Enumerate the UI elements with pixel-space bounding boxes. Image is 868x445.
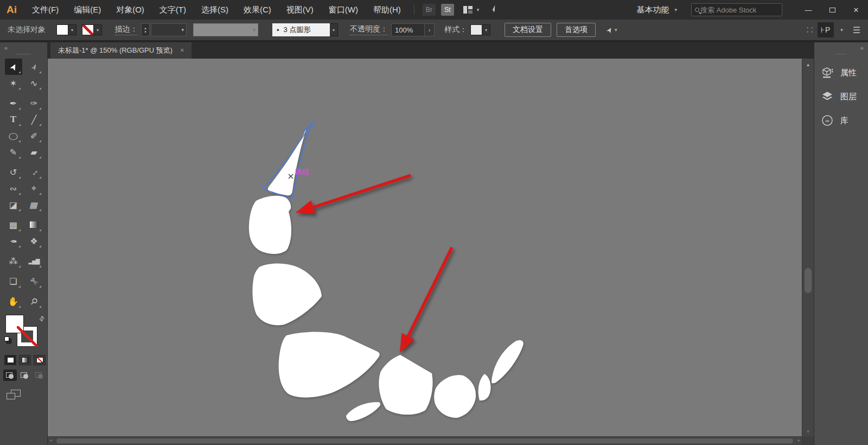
shape-builder-tool[interactable]: ◪ (5, 196, 22, 213)
chevron-down-icon[interactable]: ▾ (94, 24, 102, 35)
fill-swatch[interactable] (56, 24, 68, 35)
stroke-weight-label[interactable]: 描边： (115, 24, 138, 35)
vertical-scroll-thumb[interactable] (805, 268, 812, 293)
gradient-button[interactable] (19, 355, 31, 365)
mesh-tool[interactable]: ▩ (5, 217, 22, 233)
croissant-shapes[interactable] (249, 128, 524, 421)
draw-behind-button[interactable] (18, 370, 31, 381)
hand-tool[interactable]: ✋ (5, 293, 22, 309)
brush-definition[interactable]: • 3 点圆形 ▾ (272, 23, 338, 36)
line-segment-tool[interactable]: ╱ (25, 111, 43, 128)
pointer-panel-icon[interactable]: ➤ (604, 26, 614, 35)
canvas[interactable]: 路径 (48, 59, 802, 436)
opacity-label[interactable]: 不透明度： (350, 24, 388, 35)
slice-tool[interactable]: ✄ (25, 273, 43, 289)
shape-sliver-1[interactable] (346, 402, 380, 421)
chevron-down-icon[interactable]: ▾ (840, 27, 843, 33)
shape-tail-tip[interactable] (492, 340, 524, 383)
menu-item-0[interactable]: 文件(F) (24, 0, 66, 20)
grid-dots-icon[interactable]: ∷ (806, 23, 813, 36)
menu-item-7[interactable]: 窗口(W) (321, 0, 366, 20)
search-input[interactable] (700, 6, 764, 14)
scale-tool[interactable]: ↔ (25, 164, 43, 180)
selection-tool[interactable]: ➤ (5, 59, 22, 75)
dock-panel-icon[interactable]: ⊦P (818, 22, 834, 37)
symbol-sprayer-tool[interactable]: ⁂ (5, 253, 22, 269)
eyedropper-tool[interactable]: ✒ (5, 233, 22, 249)
chevron-down-icon[interactable]: ▾ (477, 7, 480, 12)
menu-item-6[interactable]: 视图(V) (279, 0, 321, 20)
color-button[interactable] (4, 355, 16, 365)
chevron-down-icon[interactable]: ▾ (68, 24, 76, 35)
panel-tab-libraries[interactable]: ∞库 (814, 110, 868, 131)
brush-value[interactable]: • 3 点圆形 (272, 23, 330, 36)
opacity-input[interactable]: 100% (391, 23, 425, 36)
scroll-up-arrow[interactable]: ▴ (802, 62, 814, 67)
chevron-down-icon[interactable]: ▾ (482, 24, 490, 35)
shape-segment-6[interactable] (434, 375, 476, 418)
menu-item-8[interactable]: 帮助(H) (366, 0, 409, 20)
paintbrush-tool[interactable]: ✐ (25, 128, 43, 144)
shape-horn-tip[interactable] (268, 128, 307, 195)
pen-tool[interactable]: ✒ (5, 95, 22, 111)
share-icon[interactable] (488, 3, 499, 16)
stroke-swatch-group[interactable]: ▾ (82, 24, 102, 35)
screen-mode-button[interactable] (7, 389, 23, 402)
minimize-button[interactable]: — (796, 0, 820, 20)
arrange-documents-icon[interactable] (463, 6, 473, 14)
shape-lens[interactable] (478, 374, 491, 400)
close-button[interactable]: ✕ (844, 0, 868, 20)
document-setup-button[interactable]: 文档设置 (505, 23, 551, 37)
shape-segment-4[interactable] (279, 332, 380, 398)
curvature-tool[interactable]: ✑ (25, 95, 43, 111)
document-tab[interactable]: 未标题-1* @ 150% (RGB/GPU 预览) × (50, 42, 192, 59)
scroll-left-arrow[interactable]: ◂ (49, 437, 52, 443)
panel-drag-handle[interactable]: ▪▪▪▪▪▪ (814, 52, 868, 56)
stock-search[interactable] (691, 3, 782, 16)
bridge-badge[interactable]: Br (423, 4, 436, 16)
chevron-down-icon[interactable]: ▾ (615, 27, 617, 33)
restore-button[interactable] (820, 0, 844, 20)
lasso-tool[interactable]: ∿ (25, 75, 43, 91)
shape-segment-2[interactable] (249, 196, 291, 254)
stroke-weight-select[interactable]: ▾ (151, 23, 187, 36)
shape-segment-3[interactable] (252, 264, 322, 326)
scroll-right-arrow[interactable]: ▸ (797, 437, 800, 443)
eraser-tool[interactable]: ▰ (25, 144, 43, 160)
column-graph-tool[interactable]: ▂▅▇ (25, 253, 43, 269)
workspace-switcher[interactable]: 基本功能 (636, 5, 669, 15)
style-swatch[interactable] (470, 24, 482, 35)
blend-tool[interactable]: ❖ (25, 233, 43, 249)
panel-tab-layers[interactable]: 图层 (814, 86, 868, 107)
shaper-tool[interactable]: ✎ (5, 144, 22, 160)
toolbar-collapse-button[interactable]: « (0, 43, 47, 51)
direct-selection-tool[interactable]: ➢ (25, 59, 43, 75)
horizontal-scroll-thumb[interactable] (56, 438, 793, 443)
artboard-tool[interactable]: ❏ (5, 273, 22, 289)
stroke-weight-stepper[interactable]: ▴▾ (141, 23, 150, 36)
menu-item-2[interactable]: 对象(O) (108, 0, 152, 20)
type-tool[interactable]: T (5, 111, 22, 128)
opacity-expand-button[interactable]: › (425, 23, 435, 36)
menu-item-3[interactable]: 文字(T) (152, 0, 194, 20)
free-transform-tool[interactable]: ⌖ (25, 180, 43, 196)
menu-item-5[interactable]: 效果(C) (236, 0, 279, 20)
preferences-button[interactable]: 首选项 (557, 23, 596, 37)
swap-fill-stroke-icon[interactable]: ⇄ (37, 314, 47, 323)
chevron-down-icon[interactable]: ▾ (674, 7, 677, 12)
stroke-swatch[interactable] (82, 24, 94, 35)
ellipse-tool[interactable]: ◯ (5, 128, 22, 144)
panel-collapse-button[interactable]: « (860, 44, 864, 51)
toolbar-drag-handle[interactable]: ▪▪▪▪▪▪▪▪ (0, 52, 47, 56)
stock-badge[interactable]: St (441, 4, 454, 16)
style-swatch-group[interactable]: ▾ (470, 24, 490, 35)
none-button[interactable] (34, 355, 46, 365)
zoom-tool[interactable]: ⚲ (25, 293, 43, 309)
gradient-tool[interactable] (25, 217, 43, 233)
tab-close-icon[interactable]: × (180, 47, 184, 54)
magic-wand-tool[interactable]: ✶ (5, 75, 22, 91)
menu-item-4[interactable]: 选择(S) (194, 0, 236, 20)
scroll-down-arrow[interactable]: ▾ (802, 429, 814, 434)
fill-swatch-group[interactable]: ▾ (56, 24, 76, 35)
shape-segment-5[interactable] (379, 355, 432, 415)
